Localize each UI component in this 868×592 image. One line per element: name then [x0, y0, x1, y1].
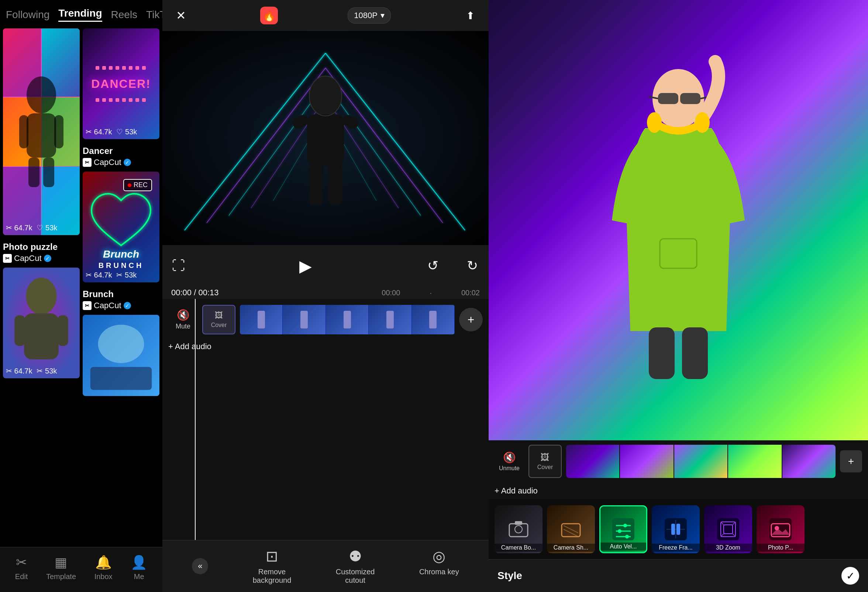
card-brunch[interactable]: REC Brunch BRUNCH	[83, 171, 159, 282]
dot	[102, 98, 106, 102]
chroma-key-tool[interactable]: ◎ Chroma key	[419, 548, 459, 585]
add-clip-button[interactable]: +	[459, 308, 483, 331]
style-bar: Style ✓	[489, 559, 868, 592]
pe-add-audio-button[interactable]: + Add audio	[495, 486, 538, 496]
dancer-info: Dancer ✂ CapCut ✓	[83, 142, 159, 169]
photo-puzzle-stats: ✂ 64.7k ♡ 53k	[6, 223, 57, 232]
me-label: Me	[134, 573, 144, 581]
edit-label: Edit	[15, 573, 28, 581]
card-dancer[interactable]: DANCER! ✂ 64.7k ♡ 53k	[83, 28, 159, 139]
nav-reels[interactable]: Reels	[111, 9, 138, 21]
unmute-tool[interactable]: 🔇 Unmute	[495, 452, 524, 472]
effect-3d-zoom[interactable]: 3D Zoom	[704, 505, 752, 553]
style-label: Style	[497, 570, 522, 582]
style-confirm-button[interactable]: ✓	[841, 567, 859, 585]
video-editor-panel: ✕ 🔥 1080P ▾ ⬆	[162, 0, 489, 592]
effect-photo-p[interactable]: Photo P...	[757, 505, 805, 553]
nav-inbox[interactable]: 🔔 Inbox	[94, 555, 112, 581]
svg-rect-4	[28, 158, 40, 187]
frame-figure-1	[258, 311, 265, 328]
remove-background-tool[interactable]: ⊡ Removebackground	[253, 548, 292, 585]
pe-frame-4	[728, 445, 781, 478]
svg-rect-37	[658, 93, 678, 104]
photo-p-label: Photo P...	[757, 544, 805, 552]
dot	[142, 66, 146, 70]
svg-point-42	[695, 112, 710, 133]
mute-icon: 🔇	[177, 309, 190, 321]
dot	[122, 66, 126, 70]
social-feed-panel: Following Trending Reels TikTok Lyric	[0, 0, 162, 592]
brunch-subtitle: BRUNCH	[99, 261, 144, 270]
cover-label: Cover	[211, 322, 227, 328]
pe-cover-tool[interactable]: 🖼 Cover	[528, 445, 562, 478]
video-track[interactable]	[240, 305, 455, 334]
export-button[interactable]: ⬆	[461, 6, 480, 25]
frame-2	[283, 305, 326, 334]
effect-camera-bo[interactable]: Camera Bo...	[495, 505, 542, 553]
pe-frames-track	[566, 445, 836, 478]
redo-button[interactable]: ↻	[464, 255, 481, 276]
nav-tiktok[interactable]: TikTok	[146, 9, 162, 21]
dot	[142, 98, 146, 102]
time-mark-separator: ·	[430, 289, 432, 297]
nav-template[interactable]: ▦ Template	[46, 555, 76, 581]
timeline-area: 🔇 Mute 🖼 Cover	[162, 299, 489, 540]
nav-trending[interactable]: Trending	[58, 7, 102, 22]
quality-selector[interactable]: 1080P ▾	[348, 7, 391, 24]
undo-button[interactable]: ↺	[424, 255, 442, 276]
customized-cutout-tool[interactable]: ⚉ Customizedcutout	[336, 548, 375, 585]
video-preview	[162, 31, 489, 245]
nav-following[interactable]: Following	[6, 9, 49, 21]
auto-vel-label: Auto Vel...	[601, 543, 646, 551]
close-button[interactable]: ✕	[171, 6, 190, 25]
svg-rect-8	[24, 313, 59, 359]
pe-add-clip-button[interactable]: +	[840, 450, 862, 472]
dot	[96, 66, 99, 70]
svg-rect-13	[90, 367, 152, 390]
bottom-navigation: ✂ Edit ▦ Template 🔔 Inbox 👤 Me	[0, 547, 162, 592]
frame-figure-3	[344, 311, 351, 328]
play-button[interactable]: ▶	[294, 252, 317, 279]
frame-figure-4	[387, 311, 394, 328]
time-mark-1: 00:00	[382, 289, 400, 297]
nav-me[interactable]: 👤 Me	[131, 555, 147, 581]
brunch-title-text: Brunch	[103, 248, 139, 260]
effects-strip: Camera Bo... Camera Sh...	[489, 499, 868, 559]
dancer-title: Dancer	[83, 146, 159, 156]
collapse-button[interactable]: «	[192, 548, 208, 585]
card-portrait[interactable]: ✂ 64.7k ✂ 53k	[3, 267, 80, 378]
dancer-title-text: DANCER!	[91, 77, 151, 91]
fullscreen-button[interactable]: ⛶	[170, 255, 187, 276]
frame-1	[240, 305, 283, 334]
unmute-label: Unmute	[499, 465, 520, 472]
mute-tool[interactable]: 🔇 Mute	[168, 309, 198, 330]
svg-rect-2	[19, 115, 28, 148]
camera-bo-label: Camera Bo...	[495, 544, 542, 552]
photo-puzzle-title: Photo puzzle	[3, 242, 80, 252]
time-mark-2: 00:02	[461, 289, 480, 297]
nav-edit[interactable]: ✂ Edit	[15, 555, 28, 581]
card-photo-puzzle[interactable]: ✂ 64.7k ♡ 53k	[3, 28, 80, 235]
frame-4	[369, 305, 412, 334]
card-blue[interactable]	[83, 315, 159, 396]
video-frames	[240, 305, 455, 334]
photo-puzzle-info: Photo puzzle ✂ CapCut ✓	[3, 238, 80, 265]
effect-auto-vel[interactable]: Auto Vel...	[599, 505, 647, 553]
brunch-author-row: ✂ CapCut ✓	[83, 301, 159, 310]
cover-tool[interactable]: 🖼 Cover	[202, 305, 235, 334]
capcut-logo-1: ✂	[3, 254, 12, 263]
cutout-icon: ⚉	[349, 548, 362, 565]
add-audio-button[interactable]: + Add audio	[168, 342, 211, 351]
mute-label: Mute	[176, 323, 190, 330]
inbox-label: Inbox	[94, 573, 112, 581]
frame-5	[412, 305, 455, 334]
effect-camera-sh[interactable]: Camera Sh...	[547, 505, 595, 553]
effect-freeze-fr[interactable]: Freeze Fra...	[652, 505, 700, 553]
pe-cover-label: Cover	[537, 464, 553, 471]
frame-figure-2	[300, 311, 308, 328]
playhead[interactable]	[195, 299, 196, 540]
current-time: 00:00 / 00:13	[171, 288, 218, 297]
dot	[122, 98, 126, 102]
dot	[96, 98, 99, 102]
stat-cuts: ✂ 64.7k	[6, 223, 32, 232]
